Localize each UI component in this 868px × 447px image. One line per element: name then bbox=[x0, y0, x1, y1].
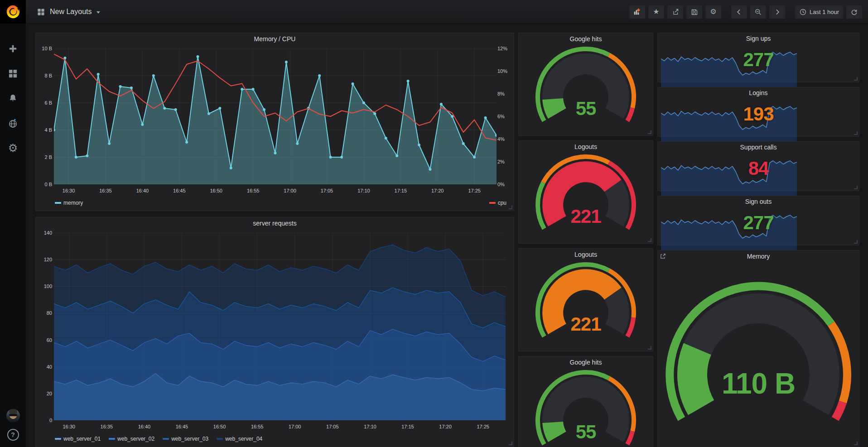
dashboard-settings-button[interactable]: ⚙ bbox=[705, 5, 722, 19]
y-tick-label: 20 bbox=[38, 391, 52, 396]
refresh-icon bbox=[850, 8, 858, 16]
user-avatar[interactable] bbox=[6, 409, 20, 423]
time-range-back-button[interactable] bbox=[731, 5, 747, 19]
legend-swatch bbox=[55, 438, 61, 440]
y-tick-label: 6% bbox=[497, 114, 513, 119]
x-tick-label: 17:05 bbox=[326, 424, 339, 429]
x-tick-label: 16:45 bbox=[173, 188, 186, 193]
chart-legend: web_server_01web_server_02web_server_03w… bbox=[55, 435, 506, 443]
sidebar-item-create[interactable] bbox=[6, 42, 20, 55]
legend-item[interactable]: web_server_01 bbox=[55, 436, 101, 442]
dashboard-title: New Layouts bbox=[50, 8, 92, 16]
panel-title[interactable]: server requests bbox=[36, 217, 514, 229]
y-tick-label: 60 bbox=[38, 337, 52, 343]
x-tick-label: 17:05 bbox=[321, 188, 333, 193]
legend-item[interactable]: cpu bbox=[489, 200, 506, 206]
legend-item[interactable]: memory bbox=[55, 200, 83, 206]
x-tick-label: 16:35 bbox=[101, 424, 113, 429]
chart-canvas[interactable] bbox=[54, 233, 506, 420]
x-axis: 16:3016:3516:4016:4516:5016:5517:0017:05… bbox=[54, 187, 497, 194]
y-tick-label: 0 bbox=[38, 418, 52, 423]
add-panel-icon bbox=[633, 8, 641, 16]
y-tick-label: 2% bbox=[497, 159, 513, 164]
gauges-column: Google hits 55 Logouts 221 Logouts 221 G… bbox=[518, 33, 653, 447]
legend-item[interactable]: web_server_04 bbox=[217, 436, 262, 442]
star-dashboard-button[interactable]: ★ bbox=[648, 5, 665, 19]
sidebar-item-explore[interactable] bbox=[6, 116, 20, 130]
save-dashboard-button[interactable] bbox=[686, 5, 703, 19]
legend-label: web_server_01 bbox=[63, 436, 101, 442]
legend-swatch bbox=[163, 438, 169, 440]
legend-label: web_server_04 bbox=[225, 436, 262, 442]
legend-label: web_server_03 bbox=[171, 436, 208, 442]
time-range-label: Last 1 hour bbox=[810, 9, 839, 15]
help-icon[interactable]: ? bbox=[7, 429, 19, 441]
x-axis: 16:3016:3516:4016:4516:5016:5517:0017:05… bbox=[54, 423, 506, 430]
gauge-chart bbox=[658, 262, 859, 442]
y-tick-label: 12% bbox=[497, 46, 513, 51]
time-range-forward-button[interactable] bbox=[769, 5, 786, 19]
zoom-out-time-button[interactable] bbox=[750, 5, 767, 19]
chart-plot-area[interactable] bbox=[54, 48, 497, 184]
panel-stat-sign-outs: Sign outs 277 bbox=[657, 196, 859, 245]
panel-title[interactable]: Google hits bbox=[519, 356, 653, 368]
chart-legend: memorycpu bbox=[55, 199, 506, 207]
panel-stat-sign-ups: Sign ups 277 bbox=[657, 33, 859, 82]
sidebar-bottom: ? bbox=[6, 409, 20, 441]
legend-label: memory bbox=[63, 200, 83, 206]
panel-gauge-google-hits: Google hits 55 bbox=[518, 33, 653, 136]
avatar-glasses bbox=[9, 414, 17, 416]
add-panel-button[interactable] bbox=[629, 5, 646, 19]
legend-label: web_server_02 bbox=[117, 436, 154, 442]
share-dashboard-button[interactable] bbox=[667, 5, 684, 19]
legend-item[interactable]: web_server_03 bbox=[163, 436, 208, 442]
stat-value: 193 bbox=[658, 105, 859, 124]
grafana-logo[interactable] bbox=[0, 0, 26, 24]
y-axis-left: 020406080100120140 bbox=[38, 233, 52, 420]
x-tick-label: 16:55 bbox=[247, 188, 260, 193]
star-icon: ★ bbox=[653, 8, 659, 15]
gauge-value: 55 bbox=[519, 99, 653, 118]
dashboard-title-button[interactable]: New Layouts bbox=[31, 8, 100, 16]
x-tick-label: 16:30 bbox=[63, 424, 75, 429]
sidebar-item-alerting[interactable] bbox=[6, 91, 20, 105]
panel-title[interactable]: Google hits bbox=[519, 33, 653, 45]
panel-title[interactable]: Sign outs bbox=[658, 196, 859, 207]
panel-title[interactable]: Support calls bbox=[658, 142, 859, 153]
y-tick-label: 0% bbox=[497, 182, 513, 187]
legend-label: cpu bbox=[498, 200, 506, 206]
x-tick-label: 17:00 bbox=[289, 424, 301, 429]
panel-title[interactable]: Logins bbox=[658, 87, 859, 98]
gauge-chart bbox=[519, 45, 653, 135]
gauge-value: 221 bbox=[519, 315, 653, 334]
sidebar-item-dashboards[interactable] bbox=[6, 67, 20, 80]
panel-title[interactable]: Logouts bbox=[519, 141, 653, 153]
navbar: New Layouts ★ ⚙ bbox=[26, 0, 868, 24]
panel-external-link-icon[interactable] bbox=[660, 253, 667, 260]
panel-title[interactable]: Memory / CPU bbox=[36, 33, 514, 45]
x-tick-label: 17:20 bbox=[431, 188, 444, 193]
y-tick-label: 8 B bbox=[38, 73, 52, 78]
refresh-button[interactable] bbox=[846, 5, 863, 19]
x-tick-label: 16:50 bbox=[210, 188, 222, 193]
share-icon bbox=[671, 8, 679, 16]
chart-plot-area[interactable] bbox=[54, 233, 506, 420]
y-tick-label: 6 B bbox=[38, 100, 52, 106]
stats-column: Sign ups 277 Logins 193 Support calls 84… bbox=[657, 33, 859, 447]
panel-stat-support-calls: Support calls 84 bbox=[657, 141, 859, 191]
grafana-logo-icon bbox=[5, 4, 21, 19]
sidebar-item-configuration[interactable]: ⚙ bbox=[6, 141, 20, 155]
legend-item[interactable]: web_server_02 bbox=[109, 436, 154, 442]
save-icon bbox=[690, 8, 698, 16]
x-tick-label: 16:45 bbox=[176, 424, 188, 429]
gauge-chart bbox=[519, 153, 653, 243]
panel-title[interactable]: Memory bbox=[658, 250, 859, 262]
chart-canvas[interactable] bbox=[54, 48, 497, 184]
stat-value: 277 bbox=[658, 50, 859, 69]
stat-value: 84 bbox=[658, 159, 859, 178]
time-range-picker[interactable]: Last 1 hour bbox=[795, 5, 844, 19]
x-tick-label: 16:50 bbox=[213, 424, 226, 429]
panel-title[interactable]: Sign ups bbox=[658, 33, 859, 44]
panel-title[interactable]: Logouts bbox=[519, 249, 653, 260]
gauge-value: 55 bbox=[519, 423, 653, 442]
